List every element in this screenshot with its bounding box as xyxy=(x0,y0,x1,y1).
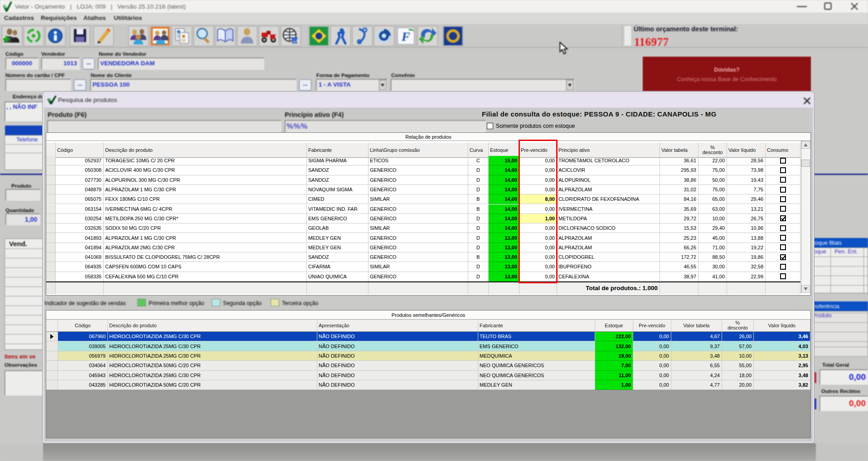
svg-text:F: F xyxy=(401,29,410,44)
